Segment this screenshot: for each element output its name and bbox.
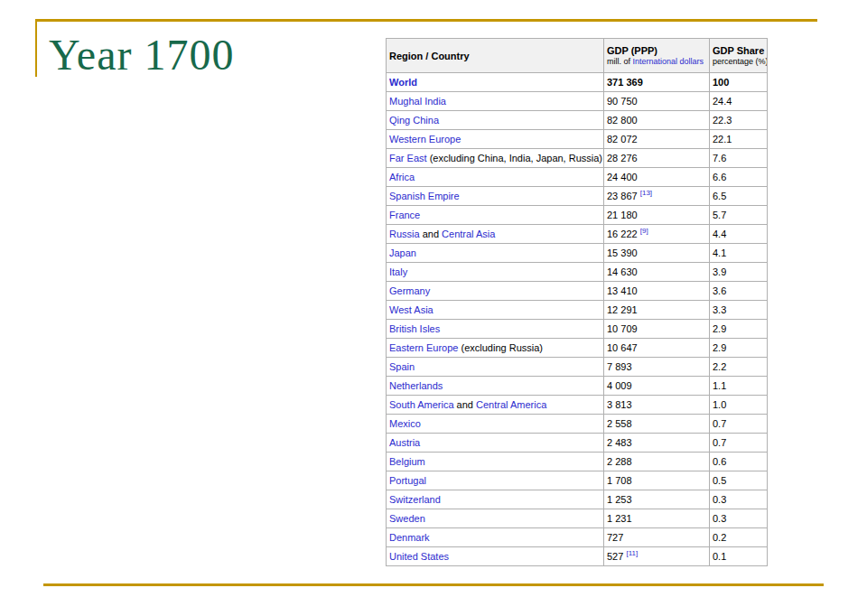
region-link[interactable]: Portugal <box>389 475 426 486</box>
gdp-value: 10 647 <box>607 342 638 353</box>
gdp-cell: 1 253 <box>604 490 710 509</box>
region-link[interactable]: Germany <box>389 285 430 296</box>
table-row: Mughal India90 75024.4 <box>387 92 768 111</box>
region-cell: Netherlands <box>387 377 604 396</box>
region-cell: Eastern Europe (excluding Russia) <box>387 339 604 358</box>
international-dollars-link[interactable]: International dollars <box>633 57 704 66</box>
gdp-value: 4 009 <box>607 380 632 391</box>
footnote-ref-link[interactable]: [9] <box>640 227 648 235</box>
region-link[interactable]: Mexico <box>389 418 421 429</box>
region-link[interactable]: Denmark <box>389 532 430 543</box>
region-cell: Germany <box>387 282 604 301</box>
gdp-cell: 82 800 <box>604 111 710 130</box>
region-link[interactable]: Eastern Europe <box>389 342 458 353</box>
region-link[interactable]: Netherlands <box>389 380 443 391</box>
table-row: Netherlands4 0091.1 <box>387 377 768 396</box>
share-cell: 22.3 <box>710 111 768 130</box>
region-cell: World <box>387 73 604 92</box>
share-cell: 0.3 <box>710 490 768 509</box>
region-link[interactable]: British Isles <box>389 323 440 334</box>
gdp-cell: 3 813 <box>604 396 710 415</box>
region-link[interactable]: South America <box>389 399 454 410</box>
bottom-accent-line <box>43 583 824 586</box>
gdp-cell: 21 180 <box>604 206 710 225</box>
region-link[interactable]: Austria <box>389 437 420 448</box>
region-link[interactable]: Qing China <box>389 115 439 126</box>
table-row: Eastern Europe (excluding Russia)10 6472… <box>387 339 768 358</box>
gdp-value: 2 483 <box>607 437 632 448</box>
gdp-value: 7 893 <box>607 361 632 372</box>
table-row: Mexico2 5580.7 <box>387 415 768 434</box>
left-accent-line <box>35 19 37 77</box>
region-cell: Belgium <box>387 453 604 471</box>
region-cell: Africa <box>387 168 604 187</box>
gdp-value: 2 288 <box>607 456 632 467</box>
gdp-value: 10 709 <box>607 323 638 334</box>
region-link[interactable]: Central Asia <box>442 229 495 239</box>
region-link[interactable]: Spanish Empire <box>389 191 460 201</box>
gdp-cell: 23 867 [13] <box>604 187 710 206</box>
region-cell: Far East (excluding China, India, Japan,… <box>387 149 604 168</box>
share-cell: 0.3 <box>710 509 768 528</box>
table-row: Portugal1 7080.5 <box>387 471 768 490</box>
share-cell: 0.5 <box>710 471 768 490</box>
region-link[interactable]: Mughal India <box>389 96 446 107</box>
share-cell: 3.6 <box>710 282 768 301</box>
gdp-cell: 10 647 <box>604 339 710 358</box>
region-cell: Mughal India <box>387 92 604 111</box>
gdp-cell: 7 893 <box>604 358 710 377</box>
region-text: (excluding China, India, Japan, Russia) <box>427 153 602 163</box>
region-cell: British Isles <box>387 320 604 339</box>
share-cell: 0.6 <box>710 453 768 471</box>
region-link[interactable]: France <box>389 210 420 220</box>
region-link[interactable]: West Asia <box>389 304 434 315</box>
table-row: Italy14 6303.9 <box>387 263 768 282</box>
table-row: Far East (excluding China, India, Japan,… <box>387 149 768 168</box>
region-link[interactable]: Spain <box>389 361 415 372</box>
table-header-row: Region / Country GDP (PPP) mill. of Inte… <box>387 39 768 73</box>
region-cell: France <box>387 206 604 225</box>
col-header-share: GDP Share percentage (%) <box>710 39 768 73</box>
gdp-value: 21 180 <box>607 210 638 220</box>
region-link[interactable]: Sweden <box>389 513 425 524</box>
region-cell: Spanish Empire <box>387 187 604 206</box>
share-cell: 0.7 <box>710 415 768 434</box>
share-cell: 22.1 <box>710 130 768 149</box>
region-link[interactable]: Belgium <box>389 456 425 467</box>
region-link[interactable]: United States <box>389 551 449 562</box>
region-cell: Qing China <box>387 111 604 130</box>
region-link[interactable]: Far East <box>389 153 427 163</box>
region-link[interactable]: Central America <box>476 399 546 410</box>
gdp-cell: 4 009 <box>604 377 710 396</box>
gdp-cell: 90 750 <box>604 92 710 111</box>
gdp-value: 15 390 <box>607 247 638 258</box>
share-cell: 2.2 <box>710 358 768 377</box>
gdp-value: 727 <box>607 532 623 543</box>
region-link[interactable]: Italy <box>389 266 407 277</box>
footnote-ref-link[interactable]: [13] <box>640 189 652 197</box>
table-row: Qing China82 80022.3 <box>387 111 768 130</box>
share-cell: 0.7 <box>710 434 768 453</box>
region-link[interactable]: Switzerland <box>389 494 441 505</box>
region-link[interactable]: Africa <box>389 172 415 182</box>
table-row: Belgium2 2880.6 <box>387 453 768 471</box>
region-cell: United States <box>387 547 604 566</box>
footnote-ref-link[interactable]: [11] <box>626 549 638 557</box>
table-row: Spanish Empire23 867 [13]6.5 <box>387 187 768 206</box>
table-row: South America and Central America3 8131.… <box>387 396 768 415</box>
table-row: Russia and Central Asia16 222 [9]4.4 <box>387 225 768 244</box>
region-link[interactable]: Russia <box>389 229 420 239</box>
region-link[interactable]: Western Europe <box>389 134 461 145</box>
gdp-value: 2 558 <box>607 418 632 429</box>
table-row: British Isles10 7092.9 <box>387 320 768 339</box>
gdp-cell: 12 291 <box>604 301 710 320</box>
region-link[interactable]: World <box>389 77 417 88</box>
col-header-share-title: GDP Share <box>713 45 764 57</box>
gdp-value: 82 800 <box>607 115 638 126</box>
gdp-cell: 727 <box>604 528 710 547</box>
region-link[interactable]: Japan <box>389 247 416 258</box>
gdp-cell: 527 [11] <box>604 547 710 566</box>
gdp-value: 527 <box>607 551 623 562</box>
gdp-value: 12 291 <box>607 304 638 315</box>
gdp-value: 14 630 <box>607 266 638 277</box>
